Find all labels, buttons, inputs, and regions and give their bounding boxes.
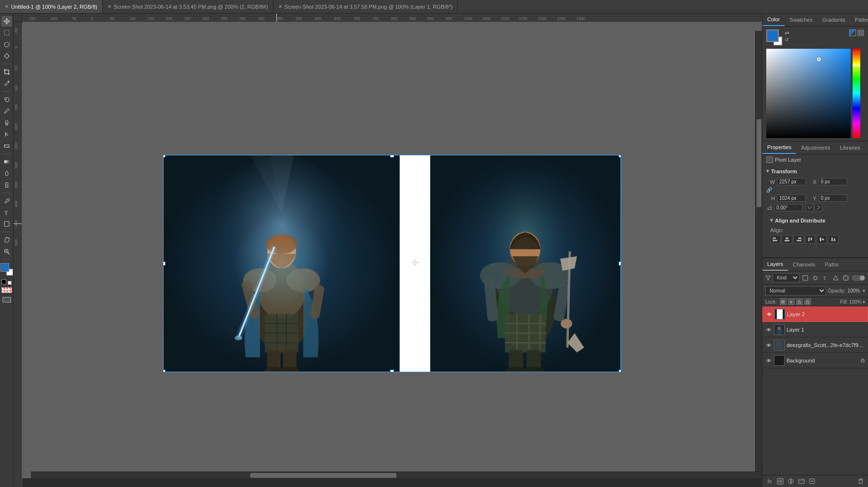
align-middle-v-btn[interactable]	[816, 235, 827, 244]
pen-tool[interactable]	[1, 195, 12, 206]
blend-mode-select[interactable]: Normal	[765, 286, 826, 295]
dodge-tool[interactable]	[1, 180, 12, 190]
align-top-btn[interactable]	[805, 235, 815, 244]
layer-item-deezgrafix[interactable]: deezgrafix_Scott...2fe-e7dc7f9fe017	[762, 337, 868, 353]
eyedropper-tool[interactable]	[1, 78, 12, 89]
flip-h-btn[interactable]	[806, 204, 814, 211]
align-right-btn[interactable]	[793, 235, 804, 244]
crop-tool[interactable]	[1, 67, 12, 77]
vertical-scrollbar[interactable]	[755, 31, 762, 472]
tab-channels[interactable]: Channels	[788, 259, 820, 270]
transform-header[interactable]: ▾ Transform	[762, 165, 868, 177]
flip-v-btn[interactable]	[814, 204, 822, 211]
tab-untitled[interactable]: ✕ Untitled-1 @ 100% (Layer 2, RGB/8)	[0, 0, 103, 13]
align-center-h-btn[interactable]	[782, 235, 792, 244]
lock-position-btn[interactable]	[788, 298, 795, 305]
align-header[interactable]: ▾ Align and Distribute	[766, 214, 864, 226]
tab-screenshot2[interactable]: ✕ Screen Shot 2023-06-14 at 3.57.58 PM.p…	[273, 0, 458, 13]
deezgrafix-visibility-eye[interactable]	[765, 342, 772, 348]
kind-select[interactable]: Kind	[773, 273, 800, 282]
zoom-tool[interactable]	[1, 246, 12, 257]
tab-layers[interactable]: Layers	[762, 258, 788, 271]
eraser-tool[interactable]	[1, 140, 12, 151]
y-input[interactable]	[818, 195, 847, 202]
swap-arrows-icon[interactable]: ⇌	[785, 29, 789, 36]
vertical-scrollbar-thumb[interactable]	[757, 119, 761, 208]
horizontal-scrollbar[interactable]	[31, 472, 762, 478]
width-input[interactable]	[777, 178, 806, 185]
fg-color-swatch[interactable]	[766, 29, 779, 42]
lock-pixels-btn[interactable]	[780, 298, 787, 305]
delete-layer-btn[interactable]	[856, 477, 865, 486]
tab-properties[interactable]: Properties	[762, 141, 796, 154]
shape-tool[interactable]	[1, 219, 12, 229]
link-proportions-icon[interactable]: 🔗	[766, 187, 772, 193]
type-filter-btn[interactable]: T	[821, 274, 830, 282]
new-layer-btn[interactable]	[808, 477, 816, 486]
handle-top-right[interactable]	[619, 155, 621, 157]
tab-adjustments[interactable]: Adjustments	[796, 142, 835, 153]
screen-mode-btn[interactable]	[2, 297, 11, 304]
tab-paths[interactable]: Paths	[820, 259, 843, 270]
all-lock-btn[interactable]	[804, 298, 811, 305]
tab-close-icon[interactable]: ✕	[5, 4, 9, 9]
foreground-color-swatch[interactable]	[0, 263, 9, 272]
handle-bottom-center[interactable]	[390, 370, 394, 372]
layer-item-layer2[interactable]: Layer 2	[762, 306, 868, 322]
height-input[interactable]	[777, 195, 806, 202]
clone-tool[interactable]	[1, 117, 12, 128]
handle-mid-right[interactable]	[619, 262, 621, 265]
horizontal-scrollbar-thumb[interactable]	[250, 473, 396, 478]
layer-item-background[interactable]: Background	[762, 353, 868, 368]
tab-close-icon-3[interactable]: ✕	[278, 4, 282, 9]
hue-slider[interactable]	[853, 49, 860, 138]
layer2-visibility-eye[interactable]	[766, 311, 773, 318]
tab-swatches[interactable]: Swatches	[785, 14, 817, 26]
handle-top-left[interactable]	[163, 155, 165, 157]
handle-top-center[interactable]	[390, 155, 394, 157]
tab-screenshot1[interactable]: ✕ Screen Shot 2023-06-14 at 3.53.45 PM.p…	[103, 0, 273, 13]
tab-patterns[interactable]: Patterns	[850, 14, 868, 26]
canvas-area[interactable]	[22, 22, 762, 478]
handle-bottom-left[interactable]	[163, 370, 165, 372]
reset-colors-icon[interactable]: ↺	[785, 37, 789, 42]
gradient-tool[interactable]	[1, 156, 12, 167]
layer-adjustment-btn[interactable]	[787, 477, 795, 486]
angle-input[interactable]	[774, 204, 803, 211]
artboard-lock-btn[interactable]	[796, 298, 803, 305]
move-tool[interactable]	[1, 16, 12, 27]
opacity-dropdown-arrow[interactable]: ▾	[863, 288, 865, 293]
layer-group-btn[interactable]	[797, 477, 806, 486]
align-bottom-btn[interactable]	[828, 235, 839, 244]
align-left-btn[interactable]	[770, 235, 781, 244]
x-input[interactable]	[818, 178, 847, 185]
magic-wand-tool[interactable]	[1, 51, 12, 61]
color-gradient-box[interactable]	[766, 49, 860, 138]
layer-fx-btn[interactable]: fx	[765, 477, 774, 486]
background-visibility-eye[interactable]	[765, 357, 772, 364]
brush-tool[interactable]	[1, 106, 12, 116]
layer1-visibility-eye[interactable]	[765, 326, 772, 333]
pixel-filter-btn[interactable]	[801, 274, 810, 282]
fill-dropdown-arrow[interactable]: ▾	[863, 299, 865, 305]
tab-close-icon-2[interactable]: ✕	[108, 4, 111, 9]
adjustment-filter-btn[interactable]	[811, 274, 820, 282]
shape-filter-btn[interactable]	[831, 274, 840, 282]
filter-toggle[interactable]	[852, 275, 865, 281]
heal-tool[interactable]	[1, 94, 12, 105]
layer-mask-btn[interactable]	[776, 477, 785, 486]
smart-filter-btn[interactable]	[841, 274, 850, 282]
tab-gradients[interactable]: Gradients	[817, 14, 850, 26]
marquee-tool[interactable]	[1, 28, 12, 38]
quick-mask-icon[interactable]	[1, 287, 12, 293]
history-brush-tool[interactable]	[1, 129, 12, 139]
hand-tool[interactable]	[1, 235, 12, 245]
tab-libraries[interactable]: Libraries	[835, 142, 865, 153]
lasso-tool[interactable]	[1, 39, 12, 50]
handle-bottom-right[interactable]	[619, 370, 621, 372]
text-tool[interactable]: T	[1, 207, 12, 218]
blur-tool[interactable]	[1, 168, 12, 179]
layer-item-layer1[interactable]: Layer 1	[762, 322, 868, 337]
tab-color[interactable]: Color	[762, 14, 785, 26]
handle-mid-left[interactable]	[163, 262, 165, 265]
